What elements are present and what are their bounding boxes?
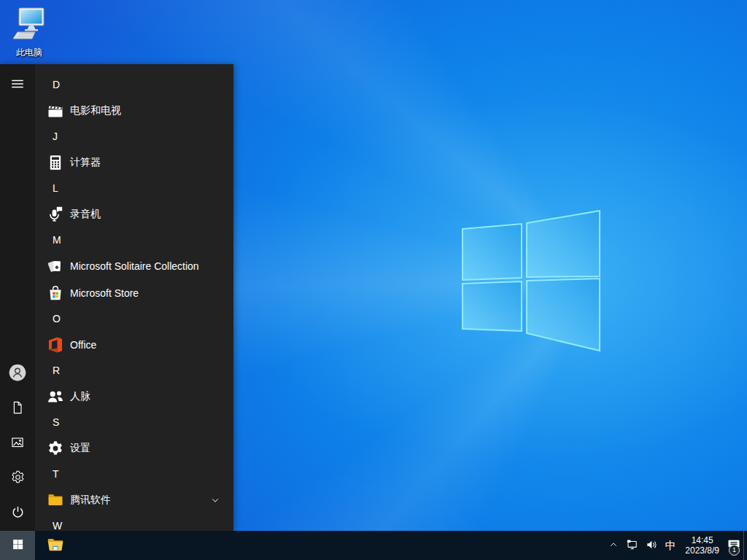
app-section-header[interactable]: D [35, 72, 233, 97]
ethernet-network-icon [626, 538, 639, 553]
taskbar: 中 14:45 2023/8/9 1 [0, 531, 747, 560]
voice-recorder-icon [47, 206, 64, 223]
windows-flag-icon [12, 538, 24, 553]
solitaire-icon: ♠ [47, 257, 64, 275]
app-list-item[interactable]: 人脉 [35, 383, 233, 410]
app-label: 设置 [70, 442, 90, 455]
folder-icon [47, 491, 64, 509]
settings-button[interactable] [0, 461, 35, 496]
app-label: Microsoft Solitaire Collection [70, 260, 199, 272]
show-desktop-button[interactable] [743, 531, 747, 560]
file-explorer-button[interactable] [39, 531, 71, 560]
chevron-up-icon [608, 540, 619, 552]
app-section-header[interactable]: R [35, 358, 233, 383]
system-tray: 中 14:45 2023/8/9 1 [604, 531, 747, 560]
app-section-header[interactable]: J [35, 124, 233, 149]
app-list-item[interactable]: Microsoft Store [35, 279, 233, 306]
office-icon [47, 336, 64, 354]
app-label: 电影和电视 [70, 104, 121, 117]
app-list-item[interactable]: 录音机 [35, 201, 233, 228]
this-pc-icon [10, 32, 48, 44]
calculator-icon [47, 154, 64, 171]
speaker-icon [645, 538, 658, 553]
ime-indicator[interactable]: 中 [661, 531, 680, 560]
hidden-icons-button[interactable] [604, 531, 623, 560]
notification-badge: 1 [729, 545, 740, 556]
date-text: 2023/8/9 [685, 545, 719, 556]
chevron-down-icon [210, 495, 220, 505]
store-icon [47, 284, 64, 302]
app-list-item[interactable]: 计算器 [35, 149, 233, 176]
taskbar-clock[interactable]: 14:45 2023/8/9 [680, 531, 724, 560]
document-icon [10, 400, 25, 417]
app-list-item[interactable]: 设置 [35, 435, 233, 462]
app-label: Microsoft Store [70, 287, 139, 299]
expand-menu-button[interactable] [0, 67, 35, 102]
app-section-header[interactable]: O [35, 306, 233, 331]
pictures-icon [10, 435, 25, 452]
app-section-header[interactable]: L [35, 176, 233, 201]
app-list-item[interactable]: 腾讯软件 [35, 486, 233, 513]
app-list-item[interactable]: Office [35, 331, 233, 358]
svg-text:♠: ♠ [55, 262, 59, 270]
app-label: Office [70, 339, 96, 351]
app-section-header[interactable]: S [35, 410, 233, 435]
people-icon [47, 388, 64, 405]
time-text: 14:45 [692, 535, 713, 545]
start-button[interactable] [0, 531, 35, 560]
power-button[interactable] [0, 496, 35, 531]
app-label: 录音机 [70, 208, 101, 221]
action-center-button[interactable]: 1 [724, 531, 743, 560]
menu-icon [9, 76, 26, 94]
app-label: 腾讯软件 [70, 494, 111, 507]
start-app-list: D电影和电视J计算器L录音机M♠Microsoft Solitaire Coll… [35, 64, 233, 531]
pictures-button[interactable] [0, 426, 35, 461]
app-section-header[interactable]: T [35, 462, 233, 486]
movies-tv-icon [47, 102, 64, 120]
gear-outline-icon [10, 470, 26, 487]
app-section-header[interactable]: W [35, 513, 233, 531]
app-label: 人脉 [70, 390, 90, 403]
file-explorer-icon [46, 535, 65, 556]
app-list-item[interactable]: ♠Microsoft Solitaire Collection [35, 252, 233, 279]
user-account-button[interactable] [0, 356, 35, 391]
network-button[interactable] [623, 531, 642, 560]
documents-button[interactable] [0, 391, 35, 426]
start-menu: D电影和电视J计算器L录音机M♠Microsoft Solitaire Coll… [0, 64, 233, 531]
start-menu-rail [0, 64, 35, 531]
this-pc-label: 此电脑 [6, 47, 53, 59]
desktop-icon-this-pc[interactable]: 此电脑 [6, 6, 53, 59]
app-label: 计算器 [70, 156, 101, 169]
user-icon [8, 363, 27, 384]
gear-filled-icon [47, 440, 64, 457]
volume-button[interactable] [642, 531, 661, 560]
app-list-item[interactable]: 电影和电视 [35, 97, 233, 124]
desktop: 此电脑 D电影和电视J计算器L录音机M♠Microsoft Solitaire … [0, 0, 747, 560]
power-icon [10, 505, 26, 522]
app-section-header[interactable]: M [35, 228, 233, 252]
